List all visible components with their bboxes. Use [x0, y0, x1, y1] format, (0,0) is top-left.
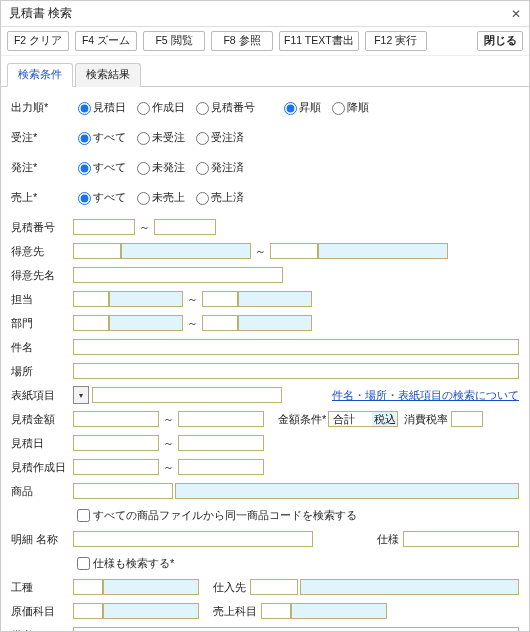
check-all-product-files[interactable]: すべての商品ファイルから同一商品コードを検索する [73, 506, 357, 525]
product-code-input[interactable] [73, 483, 173, 499]
customer-code-to[interactable] [270, 243, 318, 259]
radio-est-date[interactable]: 見積日 [73, 99, 126, 115]
customer-name-from[interactable] [121, 243, 251, 259]
jucyu-group: すべて 未受注 受注済 [73, 129, 250, 145]
staff-code-from[interactable] [73, 291, 109, 307]
label-customer-name: 得意先名 [11, 268, 73, 283]
close-icon[interactable]: ✕ [511, 7, 521, 21]
product-name-input[interactable] [175, 483, 519, 499]
radio-haccyu-not[interactable]: 未発注 [132, 159, 185, 175]
dept-name-from[interactable] [109, 315, 183, 331]
label-amount-cond: 金額条件* [278, 412, 328, 427]
dept-code-to[interactable] [202, 315, 238, 331]
work-type-code[interactable] [73, 579, 103, 595]
close-button[interactable]: 閉じる [477, 31, 523, 51]
tilde-icon: ～ [139, 220, 150, 235]
label-work-type: 工種 [11, 580, 73, 595]
tilde-icon: ～ [187, 316, 198, 331]
radio-create-date[interactable]: 作成日 [132, 99, 185, 115]
dept-name-to[interactable] [238, 315, 312, 331]
work-type-name[interactable] [103, 579, 199, 595]
excise-rate-input[interactable] [451, 411, 483, 427]
cover-item-dropdown[interactable]: ▾ [73, 386, 89, 404]
customer-code-from[interactable] [73, 243, 121, 259]
label-estimate-no: 見積番号 [11, 220, 73, 235]
customer-name-input[interactable] [73, 267, 283, 283]
label-staff: 担当 [11, 292, 73, 307]
label-excise: 消費税率 [404, 412, 448, 427]
label-uriage: 売上* [11, 190, 73, 205]
label-place: 場所 [11, 364, 73, 379]
staff-name-from[interactable] [109, 291, 183, 307]
window-title: 見積書 検索 [9, 5, 72, 22]
amount-cond-select[interactable]: 合計 税込 [328, 411, 398, 427]
tab-search-results[interactable]: 検索結果 [75, 63, 141, 87]
staff-code-to[interactable] [202, 291, 238, 307]
estimate-no-from[interactable] [73, 219, 135, 235]
remarks-input[interactable] [73, 627, 519, 631]
est-create-to[interactable] [178, 459, 264, 475]
tab-bar: 検索条件 検索結果 [1, 56, 529, 87]
tilde-icon: ～ [163, 436, 174, 451]
label-product: 商品 [11, 484, 73, 499]
tilde-icon: ～ [187, 292, 198, 307]
radio-asc[interactable]: 昇順 [279, 99, 321, 115]
spec-input[interactable] [403, 531, 519, 547]
label-spec: 仕様 [377, 532, 399, 547]
output-order-group: 見積日 作成日 見積番号 昇順 降順 [73, 99, 375, 115]
estimate-no-to[interactable] [154, 219, 216, 235]
label-supplier: 仕入先 [213, 580, 246, 595]
label-cost-dept: 原価科目 [11, 604, 73, 619]
subject-input[interactable] [73, 339, 519, 355]
radio-jucyu-done[interactable]: 受注済 [191, 129, 244, 145]
cover-item-input[interactable] [92, 387, 282, 403]
detail-name-input[interactable] [73, 531, 313, 547]
label-est-date: 見積日 [11, 436, 73, 451]
est-date-to[interactable] [178, 435, 264, 451]
est-amount-to[interactable] [178, 411, 264, 427]
est-amount-from[interactable] [73, 411, 159, 427]
f4-zoom-button[interactable]: F4 ズーム [75, 31, 137, 51]
label-jucyu: 受注* [11, 130, 73, 145]
cost-code[interactable] [73, 603, 103, 619]
help-link[interactable]: 件名・場所・表紙項目の検索について [332, 388, 519, 403]
f12-exec-button[interactable]: F12 実行 [365, 31, 427, 51]
radio-desc[interactable]: 降順 [327, 99, 369, 115]
f5-browse-button[interactable]: F5 閲覧 [143, 31, 205, 51]
staff-name-to[interactable] [238, 291, 312, 307]
radio-est-no[interactable]: 見積番号 [191, 99, 255, 115]
radio-uriage-not[interactable]: 未売上 [132, 189, 185, 205]
content-area: 出力順* 見積日 作成日 見積番号 昇順 降順 受注* すべて 未受注 受注済 … [1, 87, 529, 631]
radio-haccyu-done[interactable]: 発注済 [191, 159, 244, 175]
radio-jucyu-all[interactable]: すべて [73, 129, 126, 145]
supplier-name[interactable] [300, 579, 519, 595]
cost-name[interactable] [103, 603, 199, 619]
label-sales-acc: 売上科目 [213, 604, 257, 619]
f8-ref-button[interactable]: F8 参照 [211, 31, 273, 51]
est-create-from[interactable] [73, 459, 159, 475]
f2-clear-button[interactable]: F2 クリア [7, 31, 69, 51]
label-haccyu: 発注* [11, 160, 73, 175]
place-input[interactable] [73, 363, 519, 379]
label-dept: 部門 [11, 316, 73, 331]
radio-jucyu-not[interactable]: 未受注 [132, 129, 185, 145]
est-date-from[interactable] [73, 435, 159, 451]
label-est-create: 見積作成日 [11, 460, 73, 475]
sales-acc-code[interactable] [261, 603, 291, 619]
radio-haccyu-all[interactable]: すべて [73, 159, 126, 175]
sales-acc-name[interactable] [291, 603, 387, 619]
tab-search-conditions[interactable]: 検索条件 [7, 63, 73, 87]
check-spec-search[interactable]: 仕様も検索する* [73, 554, 174, 573]
label-detail-name: 明細 名称 [11, 532, 73, 547]
uriage-group: すべて 未売上 売上済 [73, 189, 250, 205]
tilde-icon: ～ [255, 244, 266, 259]
dept-code-from[interactable] [73, 315, 109, 331]
customer-name-to[interactable] [318, 243, 448, 259]
radio-uriage-all[interactable]: すべて [73, 189, 126, 205]
radio-uriage-done[interactable]: 売上済 [191, 189, 244, 205]
toolbar: F2 クリア F4 ズーム F5 閲覧 F8 参照 F11 TEXT書出 F12… [1, 27, 529, 56]
haccyu-group: すべて 未発注 発注済 [73, 159, 250, 175]
label-customer: 得意先 [11, 244, 73, 259]
f11-textout-button[interactable]: F11 TEXT書出 [279, 31, 359, 51]
supplier-code[interactable] [250, 579, 298, 595]
